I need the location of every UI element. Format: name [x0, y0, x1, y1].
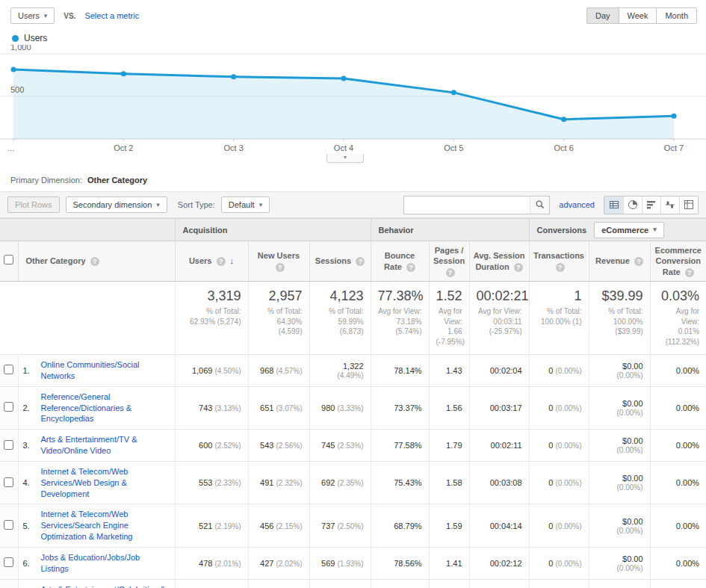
performance-view-button[interactable] [642, 196, 660, 214]
help-icon[interactable]: ? [685, 268, 694, 277]
col-header-revenue[interactable]: Revenue ? [589, 241, 650, 282]
search-input[interactable] [404, 196, 530, 214]
advanced-link[interactable]: advanced [559, 200, 595, 209]
table-row[interactable]: 1. Online Communities/Social Networks 1,… [0, 355, 706, 387]
category-link[interactable]: Internet & Telecom/Web Services/Search E… [41, 509, 169, 542]
category-link[interactable]: Arts & Entertainment/TV & Video/Online V… [41, 434, 169, 457]
data-point[interactable] [231, 74, 236, 79]
select-all-cell [0, 241, 18, 282]
help-icon[interactable]: ? [356, 257, 365, 266]
col-header-new-users[interactable]: New Users ? [248, 241, 309, 282]
totals-new-users: 2,957 % of Total: 64.30% (4,599) [248, 282, 309, 355]
col-header-avg-session-duration[interactable]: Avg. Session Duration ? [469, 241, 529, 282]
transactions-cell: 0 (0.00%) [529, 386, 589, 430]
category-cell: 4. Internet & Telecom/Web Services/Web D… [18, 461, 175, 504]
col-header-other-category[interactable]: Other Category ? [18, 241, 175, 282]
pivot-icon [683, 199, 695, 211]
table-view-button[interactable] [604, 196, 623, 214]
granularity-day-button[interactable]: Day [586, 7, 619, 24]
avg-session-duration-cell: 00:02:04 [469, 355, 529, 387]
help-icon[interactable]: ? [90, 257, 99, 266]
row-checkbox[interactable] [4, 557, 13, 567]
category-link[interactable]: Internet & Telecom/Web Services/Web Desi… [41, 466, 169, 500]
col-label: New Users [258, 251, 300, 260]
row-index: 2. [23, 403, 41, 412]
transactions-cell: 0 (0.00%) [529, 430, 589, 462]
chevron-down-icon: ▾ [44, 13, 48, 19]
col-header-pages-session[interactable]: Pages / Session ? [429, 241, 469, 282]
col-header-ecommerce-conversion-rate[interactable]: Ecommerce Conversion Rate ? [650, 241, 706, 282]
help-icon[interactable]: ? [217, 257, 226, 266]
ecommerce-rate-cell: 0.00% [650, 579, 706, 588]
row-checkbox-cell [0, 504, 18, 548]
table-row[interactable]: 3. Arts & Entertainment/TV & Video/Onlin… [0, 430, 706, 462]
data-point[interactable] [121, 71, 126, 76]
sort-type-button[interactable]: Default ▾ [221, 196, 270, 213]
group-header-blank [0, 219, 175, 241]
table-row[interactable]: 2. Reference/General Reference/Dictionar… [0, 386, 706, 430]
pivot-view-button[interactable] [679, 196, 698, 214]
avg-session-duration-cell: 00:02:12 [469, 547, 529, 579]
data-point[interactable] [341, 76, 347, 81]
data-point[interactable] [672, 114, 677, 119]
metric-selector-button[interactable]: Users ▾ [10, 7, 55, 24]
category-link[interactable]: Jobs & Education/Jobs/Job Listings [41, 552, 169, 575]
table-row[interactable]: 6. Jobs & Education/Jobs/Job Listings 47… [0, 547, 706, 579]
plot-rows-button[interactable]: Plot Rows [7, 196, 60, 213]
table-view-icon [608, 199, 620, 211]
totals-row: 3,319 % of Total: 62.93% (5,274) 2,957 %… [0, 282, 706, 355]
col-header-sessions[interactable]: Sessions ? [309, 241, 371, 282]
col-header-transactions[interactable]: Transactions ? [529, 241, 589, 282]
x-tick-label: Oct 7 [664, 143, 684, 152]
ecommerce-rate-cell: 0.00% [650, 386, 706, 430]
conversions-label: Conversions [537, 226, 587, 235]
row-checkbox[interactable] [4, 477, 13, 487]
help-icon[interactable]: ? [406, 263, 415, 272]
transactions-cell: 0 (0.00%) [529, 547, 589, 579]
percent-view-button[interactable] [623, 196, 642, 214]
help-icon[interactable]: ? [276, 263, 285, 272]
help-icon[interactable]: ? [446, 268, 455, 277]
table-row[interactable]: 5. Internet & Telecom/Web Services/Searc… [0, 504, 706, 548]
annotations-toggle[interactable]: ▾ [326, 154, 364, 163]
select-all-checkbox[interactable] [4, 255, 13, 264]
chevron-down-icon: ▾ [653, 226, 657, 233]
series-dot-icon [12, 35, 19, 42]
col-label: Ecommerce Conversion Rate [655, 246, 702, 276]
data-point[interactable] [561, 117, 566, 122]
help-icon[interactable]: ? [556, 263, 565, 272]
sessions-cell: 569 (1.93%) [309, 547, 371, 579]
row-checkbox[interactable] [4, 440, 13, 450]
col-header-users[interactable]: Users ? ↓ [175, 241, 248, 282]
data-point[interactable] [11, 67, 16, 72]
ecommerce-selector-button[interactable]: eCommerce ▾ [594, 222, 664, 238]
revenue-cell: $0.00 (0.00%) [589, 547, 650, 579]
category-link[interactable]: Arts & Entertainment/Celebrities & Enter… [41, 584, 169, 588]
select-metric-link[interactable]: Select a metric [84, 11, 139, 20]
category-link[interactable]: Online Communities/Social Networks [41, 359, 169, 382]
comparison-icon [664, 199, 676, 211]
help-icon[interactable]: ? [634, 257, 643, 266]
totals-transactions: 1 % of Total: 100.00% (1) [529, 282, 589, 355]
bounce-rate-cell: 74.48% [371, 579, 429, 588]
secondary-dimension-button[interactable]: Secondary dimension ▾ [66, 196, 167, 213]
search-button[interactable] [530, 196, 549, 214]
category-link[interactable]: Reference/General Reference/Dictionaries… [41, 392, 169, 425]
help-icon[interactable]: ? [514, 263, 523, 272]
row-checkbox[interactable] [4, 365, 13, 374]
sort-desc-icon: ↓ [230, 256, 235, 265]
row-checkbox-cell [0, 355, 18, 387]
table-row[interactable]: 7. Arts & Entertainment/Celebrities & En… [0, 579, 706, 588]
data-point[interactable] [451, 90, 456, 95]
granularity-week-button[interactable]: Week [619, 7, 657, 24]
row-index: 5. [23, 522, 41, 530]
granularity-month-button[interactable]: Month [657, 7, 697, 24]
comparison-view-button[interactable] [660, 196, 679, 214]
row-checkbox[interactable] [4, 402, 13, 412]
primary-dimension-value[interactable]: Other Category [87, 176, 147, 185]
col-header-bounce-rate[interactable]: Bounce Rate ? [371, 241, 429, 282]
chevron-down-icon: ▾ [156, 202, 160, 208]
table-row[interactable]: 4. Internet & Telecom/Web Services/Web D… [0, 461, 706, 504]
sessions-cell: 980 (3.33%) [309, 386, 371, 430]
row-checkbox[interactable] [4, 520, 13, 530]
